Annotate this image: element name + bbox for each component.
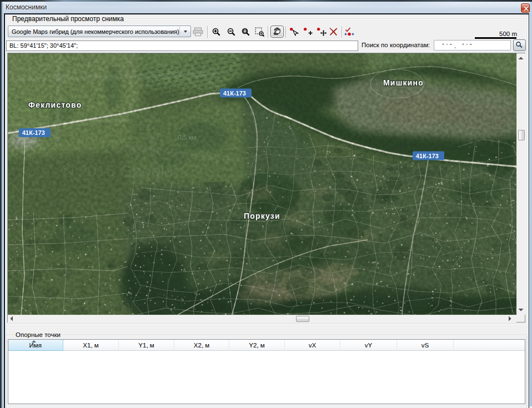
svg-text:0.5 км: 0.5 км (178, 134, 197, 142)
svg-text:Феклистово: Феклистово (28, 100, 82, 109)
svg-text:41К-173: 41К-173 (22, 129, 45, 136)
svg-text:© 2015 Google: © 2015 Google (61, 162, 173, 180)
svg-text:© 2015 Google: © 2015 Google (58, 299, 140, 313)
svg-text:Поркузи: Поркузи (244, 211, 280, 220)
svg-text:41К-173: 41К-173 (223, 89, 246, 96)
svg-text:Мишкино: Мишкино (383, 78, 424, 87)
svg-text:41К-173: 41К-173 (416, 152, 439, 159)
